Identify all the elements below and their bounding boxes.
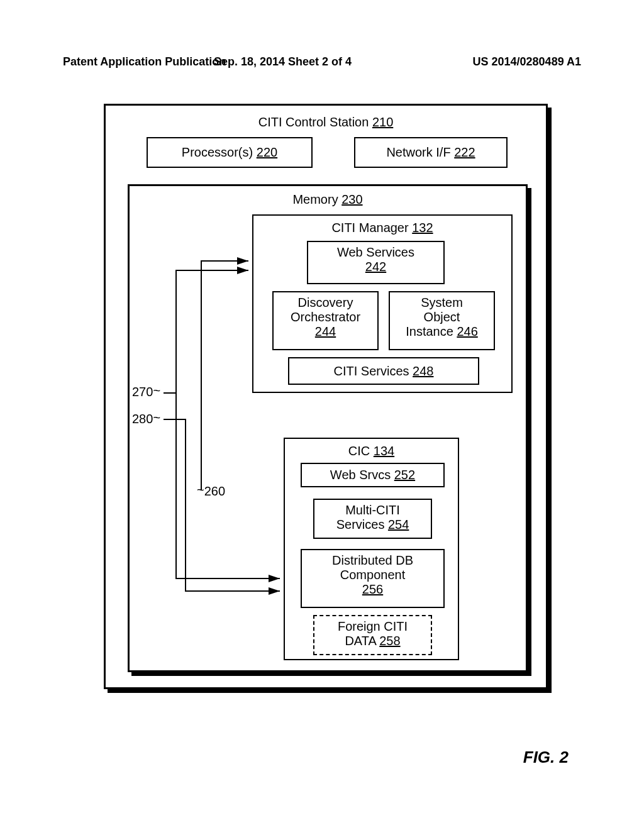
discovery-orchestrator-box: DiscoveryOrchestrator244 [272,291,379,350]
ref-270: 270~ [132,385,160,399]
memory-title: Memory 230 [130,192,526,207]
memory-box: Memory 230 CITI Manager 132 Web Services… [128,184,528,672]
cic-title: CIC 134 [285,444,458,458]
citi-control-station-title: CITI Control Station 210 [106,115,546,130]
ref-260: ~260 [197,484,225,499]
header-right: US 2014/0280489 A1 [473,55,581,69]
system-object-instance-box: SystemObjectInstance 246 [389,291,495,350]
web-services-box: Web Services242 [307,241,445,284]
header-left: Patent Application Publication [63,55,226,69]
figure-label: FIG. 2 [523,748,569,767]
citi-control-station-box: CITI Control Station 210 Processor(s) 22… [104,104,548,689]
network-if-box: Network I/F 222 [354,137,508,168]
foreign-citi-data-box: Foreign CITIDATA 258 [313,615,432,655]
citi-manager-box: CITI Manager 132 Web Services242 Discove… [252,214,513,393]
citi-manager-title: CITI Manager 132 [253,221,511,235]
ref-280: 280~ [132,412,160,426]
distributed-db-component-box: Distributed DBComponent256 [301,549,445,608]
processors-box: Processor(s) 220 [147,137,313,168]
web-srvcs-box: Web Srvcs 252 [301,463,445,487]
citi-services-box: CITI Services 248 [288,357,479,385]
multi-citi-services-box: Multi-CITIServices 254 [313,499,432,539]
cic-box: CIC 134 Web Srvcs 252 Multi-CITIServices… [284,438,459,660]
page: Patent Application Publication Sep. 18, … [0,0,644,830]
header-center: Sep. 18, 2014 Sheet 2 of 4 [214,55,352,69]
